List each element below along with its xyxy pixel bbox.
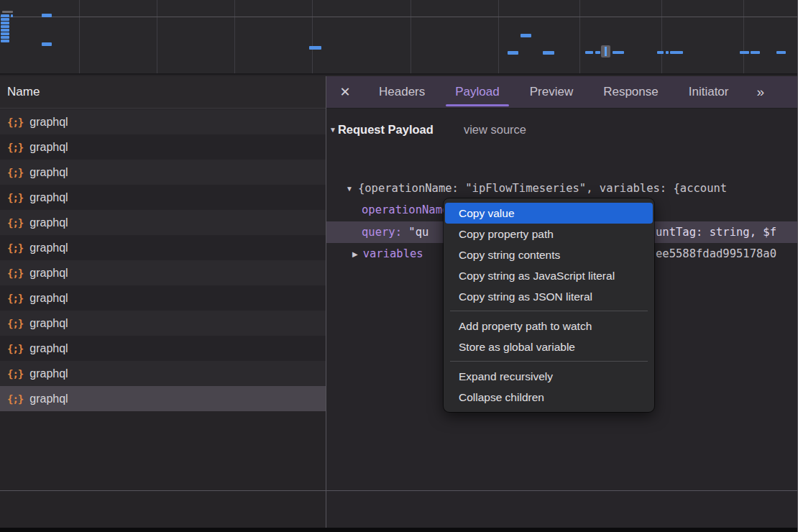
request-timing-bar [543, 51, 554, 55]
devtools-window: { "overview": { "hlines_y": [23], "gridl… [0, 0, 798, 532]
request-timing-bar [740, 51, 749, 54]
menu-item-copy-value[interactable]: Copy value [445, 203, 653, 224]
menu-item-add-property-path-to-watch[interactable]: Add property path to watch [445, 316, 653, 336]
expand-triangle-icon[interactable]: ▶ [352, 250, 358, 258]
view-source-link[interactable]: view source [464, 123, 526, 137]
request-name: graphql [29, 292, 68, 305]
panel-resize-divider[interactable] [326, 76, 326, 528]
timeline-gridline [79, 0, 80, 73]
json-fetch-icon: {;} [7, 267, 23, 279]
request-timing-bar [1, 40, 9, 42]
property-key: variables [363, 247, 423, 260]
tab-preview[interactable]: Preview [515, 76, 588, 108]
tab-headers[interactable]: Headers [364, 76, 440, 108]
root-preview-text: {operationName: "ipFlowTimeseries", vari… [358, 182, 727, 195]
table-row[interactable]: {;}graphql [0, 134, 326, 160]
request-timing-bar [1, 25, 9, 28]
request-timing-bar [585, 51, 593, 54]
table-row[interactable]: {;}graphql [0, 235, 326, 260]
request-timing-bar [2, 11, 13, 13]
section-title: Request Payload [338, 123, 434, 137]
timeline-gridline [411, 0, 411, 73]
request-timing-bar [11, 14, 13, 17]
table-row[interactable]: {;}graphql [0, 285, 326, 311]
request-timing-bar [42, 42, 52, 46]
table-row[interactable]: {;}graphql [0, 260, 326, 285]
table-row[interactable]: {;}graphql [0, 336, 326, 361]
json-fetch-icon: {;} [7, 293, 23, 304]
name-column-label: Name [7, 85, 40, 99]
request-name: graphql [29, 267, 68, 280]
table-row[interactable]: {;}graphql [0, 160, 326, 185]
menu-item-expand-recursively[interactable]: Expand recursively [445, 366, 653, 387]
timeline-gridline [312, 0, 313, 73]
menu-item-copy-property-path[interactable]: Copy property path [445, 224, 653, 244]
table-row[interactable]: {;}graphql [0, 210, 326, 235]
timeline-gridline [579, 0, 580, 73]
payload-query-node[interactable]: query: "qu [362, 221, 428, 243]
variables-preview-continuation: ee5588fdad995178a0 [656, 243, 776, 265]
request-timing-bar [309, 46, 321, 50]
request-timing-bar [751, 51, 760, 54]
request-name: graphql [29, 216, 68, 229]
request-name: graphql [29, 367, 68, 380]
request-name: graphql [29, 317, 68, 330]
request-timing-bar [520, 34, 531, 37]
tab-initiator[interactable]: Initiator [674, 76, 744, 108]
request-name: graphql [29, 166, 68, 179]
menu-item-store-as-global-variable[interactable]: Store as global variable [445, 336, 653, 357]
menu-item-copy-string-contents[interactable]: Copy string contents [445, 244, 653, 265]
request-name: graphql [29, 141, 68, 154]
request-name: graphql [29, 393, 68, 405]
timeline-gridline [743, 0, 744, 73]
summary-bar-divider [0, 490, 798, 491]
menu-item-copy-string-js-literal[interactable]: Copy string as JavaScript literal [445, 265, 653, 286]
json-fetch-icon: {;} [7, 393, 23, 405]
query-value-continuation: untTag: string, $f [656, 221, 776, 243]
menu-item-collapse-children[interactable]: Collapse children [445, 387, 653, 408]
table-row-selected[interactable]: {;}graphql [0, 386, 326, 411]
menu-item-copy-string-json-literal[interactable]: Copy string as JSON literal [445, 286, 653, 307]
payload-variables-node[interactable]: ▶ variables [352, 243, 423, 265]
network-main-area: Name {;}graphql {;}graphql {;}graphql {;… [0, 76, 798, 528]
network-overview-timeline[interactable] [0, 0, 798, 75]
request-timing-bar [1, 18, 9, 21]
table-row[interactable]: {;}graphql [0, 361, 326, 386]
request-timing-bar [670, 51, 683, 54]
context-menu: Copy value Copy property path Copy strin… [444, 198, 654, 412]
name-column-header[interactable]: Name [0, 76, 326, 109]
request-rows: {;}graphql {;}graphql {;}graphql {;}grap… [0, 109, 326, 411]
property-key: query: [362, 226, 408, 239]
close-icon[interactable]: ✕ [326, 76, 364, 108]
timeline-hline [0, 17, 798, 17]
tab-response[interactable]: Response [588, 76, 674, 108]
timeline-gridline [661, 0, 662, 73]
json-fetch-icon: {;} [7, 116, 23, 128]
request-timing-bar [42, 14, 52, 17]
table-row[interactable]: {;}graphql [0, 109, 326, 134]
more-tabs-icon[interactable]: » [745, 76, 776, 108]
json-fetch-icon: {;} [7, 318, 23, 329]
request-timing-bar [1, 32, 9, 35]
table-row[interactable]: {;}graphql [0, 311, 326, 336]
request-timing-bar [1, 22, 9, 24]
request-name: graphql [29, 116, 68, 129]
collapse-triangle-icon[interactable]: ▼ [329, 126, 336, 134]
request-name: graphql [29, 342, 68, 355]
request-payload-section[interactable]: ▼ Request Payload view source [329, 119, 526, 139]
request-timing-bar [776, 51, 786, 54]
request-timing-bar [508, 51, 518, 55]
tab-payload[interactable]: Payload [440, 76, 514, 108]
menu-separator [450, 311, 648, 311]
menu-separator [450, 361, 648, 362]
payload-root-node[interactable]: ▼ {operationName: "ipFlowTimeseries", va… [346, 178, 727, 199]
window-bottom-edge [0, 528, 798, 532]
json-fetch-icon: {;} [7, 217, 23, 229]
expand-triangle-icon[interactable]: ▼ [346, 185, 353, 193]
details-tabbar: ✕ Headers Payload Preview Response Initi… [326, 76, 798, 109]
request-timing-bar [666, 51, 669, 54]
timeline-gridline [498, 0, 499, 73]
property-value-start: "qu [408, 226, 428, 239]
table-row[interactable]: {;}graphql [0, 185, 326, 210]
request-timing-bar [1, 29, 9, 32]
